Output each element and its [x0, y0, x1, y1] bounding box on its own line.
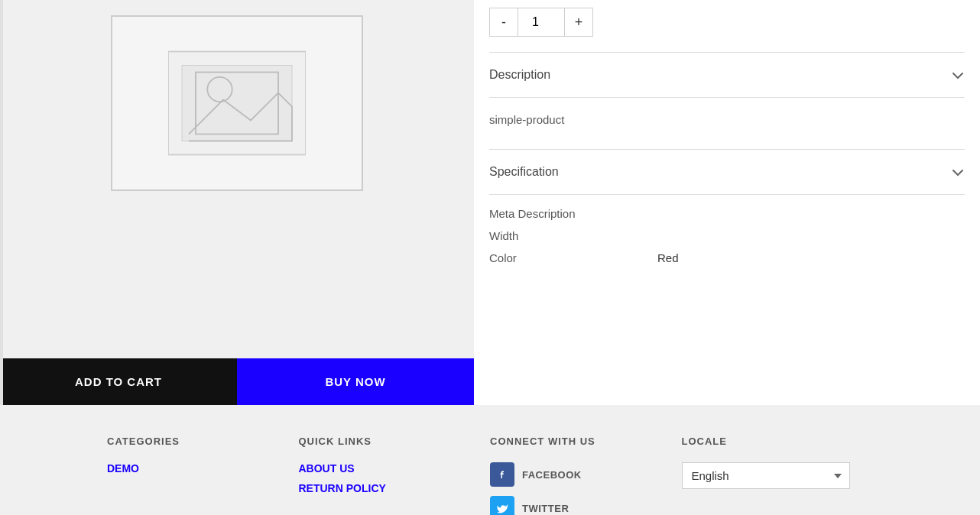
divider-3	[489, 149, 965, 150]
locale-title: LOCALE	[682, 436, 874, 447]
footer-inner: CATEGORIES DEMO QUICK LINKS ABOUT US RET…	[0, 436, 980, 515]
divider-1	[489, 52, 965, 53]
description-title: Description	[489, 68, 550, 82]
description-section-header[interactable]: Description	[489, 60, 965, 89]
left-edge-bar	[0, 0, 3, 405]
spec-color-label: Color	[489, 251, 657, 264]
footer-locale: LOCALE English	[682, 436, 874, 515]
twitter-icon	[490, 496, 514, 515]
footer-link-return-policy[interactable]: RETURN POLICY	[299, 482, 491, 494]
specification-chevron-icon	[952, 166, 965, 178]
spec-meta-description-row: Meta Description	[489, 202, 965, 225]
footer: CATEGORIES DEMO QUICK LINKS ABOUT US RET…	[0, 405, 980, 515]
product-image-placeholder	[111, 15, 363, 191]
placeholder-svg	[168, 50, 306, 157]
spec-color-value: Red	[657, 251, 679, 264]
spec-width-label: Width	[489, 229, 657, 242]
footer-link-about-us[interactable]: ABOUT US	[299, 462, 491, 475]
facebook-label: FACEBOOK	[522, 469, 582, 481]
twitter-label: TWITTER	[522, 503, 569, 514]
connect-title: CONNECT WITH US	[490, 436, 682, 447]
quick-links-title: QUICK LINKS	[299, 436, 491, 447]
specification-section-header[interactable]: Specification	[489, 157, 965, 186]
product-buttons: ADD TO CART BUY NOW	[0, 358, 474, 405]
svg-rect-1	[182, 66, 292, 141]
twitter-social-item[interactable]: TWITTER	[490, 496, 682, 515]
divider-4	[489, 194, 965, 195]
footer-quick-links: QUICK LINKS ABOUT US RETURN POLICY	[299, 436, 491, 515]
facebook-social-item[interactable]: FACEBOOK	[490, 462, 682, 487]
facebook-icon	[490, 462, 514, 487]
categories-title: CATEGORIES	[107, 436, 299, 447]
quantity-minus-button[interactable]: -	[489, 8, 518, 37]
add-to-cart-button[interactable]: ADD TO CART	[0, 358, 237, 405]
description-chevron-icon	[952, 69, 965, 81]
buy-now-button[interactable]: BUY NOW	[237, 358, 474, 405]
spec-color-row: Color Red	[489, 247, 965, 269]
footer-categories: CATEGORIES DEMO	[107, 436, 299, 515]
quantity-input[interactable]	[518, 8, 564, 37]
spec-width-row: Width	[489, 225, 965, 247]
footer-link-demo[interactable]: DEMO	[107, 462, 299, 475]
product-details-section: - + Description simple-product	[474, 0, 980, 405]
product-image-section: ADD TO CART BUY NOW	[0, 0, 474, 405]
description-text: simple-product	[489, 113, 564, 126]
spec-meta-description-label: Meta Description	[489, 207, 657, 220]
quantity-plus-button[interactable]: +	[564, 8, 593, 37]
specification-title: Specification	[489, 165, 559, 179]
locale-select[interactable]: English	[682, 462, 850, 489]
main-content: ADD TO CART BUY NOW - + Description	[0, 0, 980, 405]
footer-connect: CONNECT WITH US FACEBOOK	[490, 436, 682, 515]
quantity-row: - +	[489, 8, 965, 37]
divider-2	[489, 97, 965, 98]
description-content: simple-product	[489, 105, 965, 141]
